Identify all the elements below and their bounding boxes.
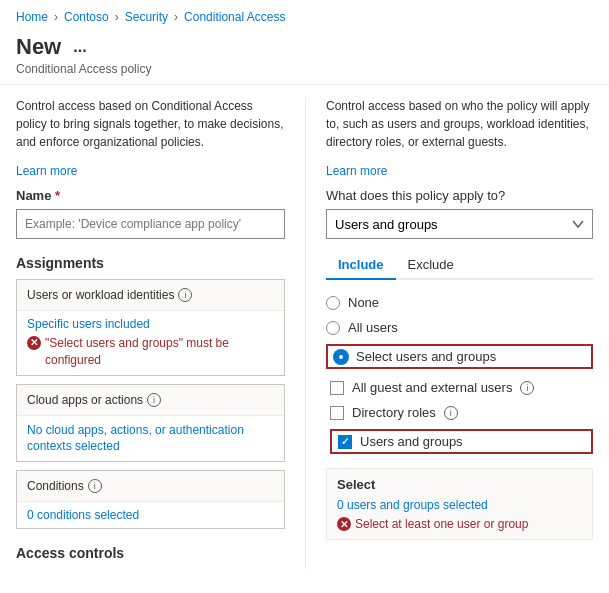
right-description: Control access based on who the policy w… [326, 97, 593, 151]
breadcrumb-conditional-access[interactable]: Conditional Access [184, 10, 285, 24]
specific-users-text: Specific users included [27, 317, 274, 331]
page-title: New [16, 34, 61, 60]
breadcrumb-home[interactable]: Home [16, 10, 48, 24]
none-label: None [348, 295, 379, 310]
page-title-row: New ... [16, 34, 593, 60]
directory-roles-label: Directory roles [352, 405, 436, 420]
conditions-count-text: 0 conditions selected [27, 508, 274, 522]
all-guest-info-icon[interactable]: i [520, 381, 534, 395]
select-users-label: Select users and groups [356, 349, 496, 364]
users-info-icon[interactable]: i [178, 288, 192, 302]
name-input[interactable] [16, 209, 285, 239]
users-groups-option[interactable]: ✓ Users and groups [330, 429, 593, 454]
all-users-option[interactable]: All users [326, 315, 593, 340]
page-subtitle: Conditional Access policy [16, 62, 593, 76]
users-assignment-body: Specific users included ✕ "Select users … [17, 311, 284, 375]
select-error-icon: ✕ [337, 517, 351, 531]
select-users-option[interactable]: Select users and groups [326, 344, 593, 369]
access-controls-title: Access controls [16, 545, 285, 561]
select-section: Select 0 users and groups selected ✕ Sel… [326, 468, 593, 540]
conditions-body: 0 conditions selected [17, 502, 284, 528]
select-error-row: ✕ Select at least one user or group [337, 516, 582, 531]
directory-roles-checkbox[interactable] [330, 406, 344, 420]
all-guest-checkbox[interactable] [330, 381, 344, 395]
breadcrumb-contoso[interactable]: Contoso [64, 10, 109, 24]
users-groups-checkbox[interactable]: ✓ [338, 435, 352, 449]
cloud-apps-header-text: Cloud apps or actions [27, 393, 143, 407]
left-learn-more-link[interactable]: Learn more [16, 164, 77, 178]
users-groups-label: Users and groups [360, 434, 463, 449]
select-section-title: Select [337, 477, 582, 492]
page-header: New ... Conditional Access policy [0, 30, 609, 85]
conditions-info-icon[interactable]: i [88, 479, 102, 493]
selected-count: 0 users and groups selected [337, 498, 582, 512]
applies-to-label: What does this policy apply to? [326, 188, 593, 203]
cloud-apps-body: No cloud apps, actions, or authenticatio… [17, 416, 284, 462]
cloud-apps-no-selection: No cloud apps, actions, or authenticatio… [27, 422, 274, 456]
tab-exclude[interactable]: Exclude [396, 251, 466, 280]
all-users-radio[interactable] [326, 321, 340, 335]
breadcrumb: Home › Contoso › Security › Conditional … [0, 0, 609, 30]
right-learn-more-link[interactable]: Learn more [326, 164, 387, 178]
assignments-title: Assignments [16, 255, 285, 271]
directory-roles-info-icon[interactable]: i [444, 406, 458, 420]
cloud-apps-info-icon[interactable]: i [147, 393, 161, 407]
policy-applies-to-dropdown[interactable]: Users and groups [326, 209, 593, 239]
users-assignment-box: Users or workload identities i Specific … [16, 279, 285, 376]
users-header-text: Users or workload identities [27, 288, 174, 302]
left-panel: Control access based on Conditional Acce… [16, 97, 306, 569]
all-users-label: All users [348, 320, 398, 335]
users-error-text: "Select users and groups" must be config… [45, 335, 274, 369]
none-radio[interactable] [326, 296, 340, 310]
breadcrumb-security[interactable]: Security [125, 10, 168, 24]
conditions-header-text: Conditions [27, 479, 84, 493]
cloud-apps-assignment-box: Cloud apps or actions i No cloud apps, a… [16, 384, 285, 463]
more-options-button[interactable]: ... [69, 38, 90, 56]
checkbox-section: All guest and external users i Directory… [326, 375, 593, 454]
none-option[interactable]: None [326, 290, 593, 315]
main-content: Control access based on Conditional Acce… [0, 85, 609, 581]
all-guest-option[interactable]: All guest and external users i [330, 375, 593, 400]
conditions-header[interactable]: Conditions i [17, 471, 284, 502]
users-error-row: ✕ "Select users and groups" must be conf… [27, 335, 274, 369]
directory-roles-option[interactable]: Directory roles i [330, 400, 593, 425]
users-error-icon: ✕ [27, 336, 41, 350]
name-field-label: Name * [16, 188, 285, 203]
all-guest-label: All guest and external users [352, 380, 512, 395]
cloud-apps-header[interactable]: Cloud apps or actions i [17, 385, 284, 416]
left-description: Control access based on Conditional Acce… [16, 97, 285, 151]
conditions-assignment-box: Conditions i 0 conditions selected [16, 470, 285, 529]
select-error-text: Select at least one user or group [355, 517, 528, 531]
include-exclude-tabs: Include Exclude [326, 251, 593, 280]
tab-include[interactable]: Include [326, 251, 396, 280]
select-users-radio[interactable] [334, 350, 348, 364]
right-panel: Control access based on who the policy w… [306, 97, 593, 569]
users-assignment-header[interactable]: Users or workload identities i [17, 280, 284, 311]
